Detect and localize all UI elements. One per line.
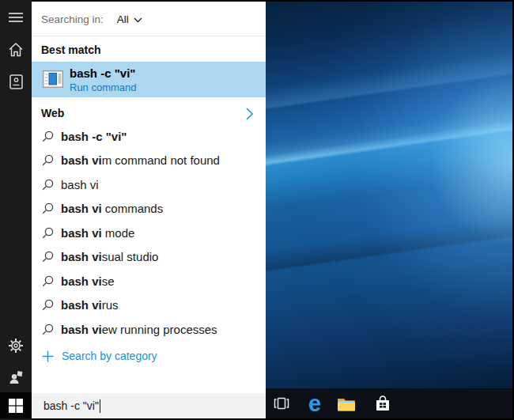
suggestion-text: bash virus [61,298,119,312]
suggestion-text: bash vise [61,274,115,288]
web-suggestion[interactable]: bash vise [32,269,266,293]
search-icon [42,202,54,214]
web-section-header[interactable]: Web [32,104,266,124]
best-match-subtitle: Run command [70,81,137,93]
web-suggestion[interactable]: bash vim command not found [32,149,266,173]
suggestion-text: bash vi [61,178,99,191]
suggestion-text: bash vim command not found [61,153,220,167]
search-input-value: bash -c "vi" [43,399,99,412]
plus-icon [42,350,54,362]
windows-logo-icon [9,399,23,413]
home-icon [8,42,24,57]
header-divider [32,36,266,36]
feedback-icon [9,370,23,384]
best-match-title: bash -c "vi" [70,66,135,80]
search-icon [42,251,54,263]
hamburger-icon [9,12,23,23]
suggestion-text: bash visual studio [61,250,158,263]
search-icon [42,324,54,335]
feedback-button[interactable] [0,361,32,393]
task-view-icon [273,396,290,411]
cortana-search-screen: Searching in: All Best match bash -c "vi… [0,0,514,420]
web-suggestion[interactable]: bash vi mode [32,221,266,245]
run-command-icon [43,70,63,88]
taskbar: e [266,388,512,418]
search-icon [42,227,54,239]
web-suggestion[interactable]: bash virus [32,293,266,318]
best-match-header: Best match [41,44,100,56]
web-section-label: Web [41,107,64,119]
web-suggestion[interactable]: bash visual studio [32,245,266,270]
search-icon [42,154,54,166]
suggestion-text: bash vi commands [61,202,163,215]
search-scope-selector[interactable]: Searching in: All [41,9,142,28]
search-icon [42,275,54,287]
desktop-wallpaper: e [266,2,512,418]
chevron-down-icon [134,17,142,23]
suggestion-text: bash view running processes [61,323,217,336]
web-suggestion[interactable]: bash -c "vi" [32,124,266,149]
store-icon [374,395,391,412]
suggestion-text: bash vi mode [61,226,134,240]
text-caret [100,399,101,413]
best-match-result[interactable]: bash -c "vi" Run command [32,62,266,97]
search-input[interactable]: bash -c "vi" [32,393,266,418]
start-button[interactable] [0,392,32,418]
file-explorer-icon [337,396,356,411]
home-button[interactable] [0,33,32,65]
web-suggestion[interactable]: bash view running processes [32,317,266,342]
search-icon [42,299,54,311]
store-button[interactable] [367,388,399,418]
chevron-right-icon[interactable] [246,108,253,120]
web-suggestion[interactable]: bash vi commands [32,197,266,221]
edge-icon: e [308,392,321,415]
scope-label: Searching in: [41,13,104,25]
web-suggestion[interactable]: bash vi [32,172,266,197]
menu-button[interactable] [0,2,32,33]
search-icon [42,131,54,142]
search-by-category-label: Search by category [62,350,157,362]
web-suggestions: bash -c "vi" bash vim command not found … [32,124,266,342]
edge-button[interactable]: e [299,388,331,418]
file-explorer-button[interactable] [331,388,362,418]
suggestion-text: bash -c "vi" [61,130,127,143]
search-results-panel: Searching in: All Best match bash -c "vi… [32,2,266,393]
cortana-sidebar [0,0,32,420]
notebook-icon [9,74,23,89]
gear-icon [9,339,23,353]
search-by-category-link[interactable]: Search by category [32,344,266,368]
notebook-button[interactable] [0,66,32,97]
scope-value: All [117,13,129,25]
search-icon [42,179,54,191]
settings-button[interactable] [0,330,32,361]
task-view-button[interactable] [266,388,297,418]
